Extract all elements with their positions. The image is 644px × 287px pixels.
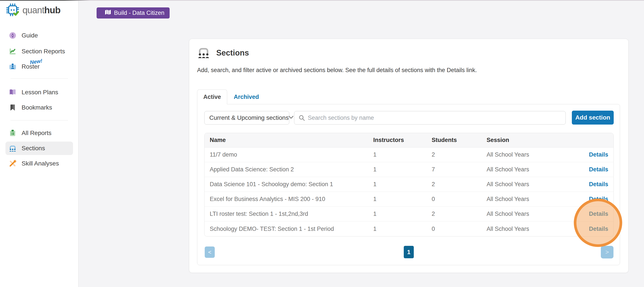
session-cell: All School Years xyxy=(486,192,567,207)
section-name-cell: Applied Data Science: Section 2 xyxy=(204,162,373,177)
sidebar-item-guide[interactable]: Guide xyxy=(6,29,73,42)
line-chart-icon xyxy=(8,47,17,55)
sidebar-item-skill-analyses[interactable]: Skill Analyses xyxy=(6,157,73,170)
search-input[interactable] xyxy=(294,111,566,125)
students-count-cell: 2 xyxy=(432,207,486,222)
section-name-cell: Schoology DEMO- TEST: Section 1 - 1st Pe… xyxy=(204,222,373,236)
pagination-next-button[interactable]: > xyxy=(601,246,614,259)
pagination-page-1-button[interactable]: 1 xyxy=(404,246,414,258)
students-count-cell: 0 xyxy=(432,192,486,207)
sidebar-divider xyxy=(10,78,68,79)
instructors-count-cell: 1 xyxy=(373,162,432,177)
map-icon xyxy=(105,9,111,16)
sidebar-item-bookmarks[interactable]: Bookmarks xyxy=(6,101,73,114)
tab-label: Active xyxy=(203,94,221,100)
pagination-prev-button[interactable]: < xyxy=(205,247,215,258)
session-cell: All School Years xyxy=(486,207,567,222)
page-description: Add, search, and filter active or archiv… xyxy=(197,67,477,74)
details-link[interactable]: Details xyxy=(589,166,608,173)
tools-icon xyxy=(8,159,17,168)
table-row: Applied Data Science: Section 217All Sch… xyxy=(204,162,614,177)
add-section-button[interactable]: Add section xyxy=(572,111,614,125)
sidebar-item-lesson-plans[interactable]: Lesson Plans xyxy=(6,86,73,99)
instructors-count-cell: 1 xyxy=(373,192,432,207)
table-row: Excel for Business Analytics - MIS 200 -… xyxy=(204,192,614,207)
active-sections-panel: Current & Upcoming sections Add section xyxy=(197,104,620,265)
sidebar-item-label: Lesson Plans xyxy=(22,89,58,96)
sidebar-item-label: Guide xyxy=(22,32,38,39)
quanthub-logo[interactable]: quanthub xyxy=(6,3,60,17)
table-row: LTI roster test: Section 1 - 1st,2nd,3rd… xyxy=(204,207,614,222)
sidebar: quanthub Guide Section Reports Roster Ne… xyxy=(0,0,78,287)
sidebar-item-label: Section Reports xyxy=(22,48,65,55)
section-name-cell: Excel for Business Analytics - MIS 200 -… xyxy=(204,192,373,207)
sections-card: Sections Add, search, and filter active … xyxy=(189,39,628,273)
new-badge: New! xyxy=(30,58,43,65)
main-content: Build - Data Citizen Sections Add, searc… xyxy=(78,0,644,287)
session-cell: All School Years xyxy=(486,147,567,162)
details-cell: Details xyxy=(567,162,614,177)
column-header-details xyxy=(567,133,614,147)
students-count-cell: 2 xyxy=(432,147,486,162)
badge-label: Build - Data Citizen xyxy=(114,9,164,16)
details-link[interactable]: Details xyxy=(589,181,608,188)
build-data-citizen-badge[interactable]: Build - Data Citizen xyxy=(96,7,170,18)
column-header-name: Name xyxy=(204,133,373,147)
bookmark-icon xyxy=(8,103,17,112)
table-row: 11/7 demo12All School YearsDetails xyxy=(204,147,614,162)
table-row: Schoology DEMO- TEST: Section 1 - 1st Pe… xyxy=(204,222,614,236)
sidebar-item-label: Sections xyxy=(22,145,45,152)
highlight-circle xyxy=(574,199,622,247)
students-count-cell: 2 xyxy=(432,177,486,192)
brand-name: quanthub xyxy=(22,5,60,15)
sidebar-item-label: Bookmarks xyxy=(22,104,52,111)
chip-logo-icon xyxy=(6,3,20,17)
instructors-count-cell: 1 xyxy=(373,222,432,236)
details-link[interactable]: Details xyxy=(589,151,608,158)
tab-active[interactable]: Active xyxy=(197,89,227,104)
clipboard-icon xyxy=(8,129,17,137)
column-header-students: Students xyxy=(432,133,486,147)
column-header-instructors: Instructors xyxy=(373,133,432,147)
top-accent-line xyxy=(0,0,644,1)
section-name-cell: Data Science 101 - Schoology demo: Secti… xyxy=(204,177,373,192)
sidebar-item-section-reports[interactable]: Section Reports xyxy=(6,45,73,58)
compass-icon xyxy=(8,31,17,40)
sections-table: Name Instructors Students Session 11/7 d… xyxy=(204,133,614,237)
page-title: Sections xyxy=(216,48,249,57)
students-count-cell: 0 xyxy=(432,222,486,236)
tab-label: Archived xyxy=(234,94,259,100)
filter-selected-value: Current & Upcoming sections xyxy=(209,114,289,121)
sidebar-item-all-reports[interactable]: All Reports xyxy=(6,126,73,140)
id-badge-icon xyxy=(8,62,17,71)
column-header-session: Session xyxy=(486,133,567,147)
table-row: Data Science 101 - Schoology demo: Secti… xyxy=(204,177,614,192)
sidebar-item-label: All Reports xyxy=(22,130,52,137)
search-field-wrap xyxy=(294,111,566,125)
session-cell: All School Years xyxy=(486,162,567,177)
chevron-down-icon xyxy=(289,116,294,120)
instructors-count-cell: 1 xyxy=(373,207,432,222)
people-board-icon xyxy=(8,144,17,152)
tab-archived[interactable]: Archived xyxy=(227,89,266,104)
sidebar-divider xyxy=(10,120,68,120)
book-icon xyxy=(8,88,17,96)
sidebar-item-sections[interactable]: Sections xyxy=(6,142,73,155)
sidebar-item-label: Skill Analyses xyxy=(22,160,59,167)
section-name-cell: LTI roster test: Section 1 - 1st,2nd,3rd xyxy=(204,207,373,222)
sections-filter-dropdown[interactable]: Current & Upcoming sections xyxy=(204,111,289,125)
details-cell: Details xyxy=(567,177,614,192)
session-cell: All School Years xyxy=(486,222,567,236)
section-name-cell: 11/7 demo xyxy=(204,147,373,162)
session-cell: All School Years xyxy=(486,177,567,192)
table-header-row: Name Instructors Students Session xyxy=(204,133,614,147)
instructors-count-cell: 1 xyxy=(373,177,432,192)
sidebar-item-roster[interactable]: Roster New! xyxy=(6,60,73,73)
instructors-count-cell: 1 xyxy=(373,147,432,162)
students-count-cell: 7 xyxy=(432,162,486,177)
card-header: Sections xyxy=(197,46,249,59)
sections-header-icon xyxy=(197,46,210,59)
details-cell: Details xyxy=(567,147,614,162)
